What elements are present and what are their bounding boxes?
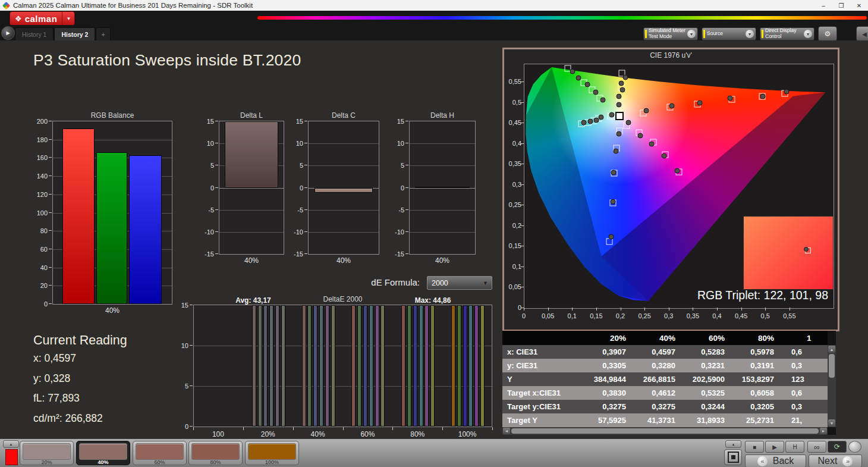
delta_h-ytick: -15 (384, 250, 404, 258)
tick-mark (621, 308, 621, 311)
chevron-down-icon: ▼ (483, 280, 488, 286)
pattern-swatch-40% (79, 443, 127, 460)
pattern-button-20%[interactable]: 20% (20, 441, 74, 465)
meter-status-sphere[interactable] (848, 441, 861, 453)
gridline (410, 232, 475, 233)
next-label: Next (818, 456, 838, 466)
scroll-up-icon[interactable]: ▲ (828, 346, 835, 353)
chevron-down-icon[interactable]: ▼ (687, 30, 696, 38)
deltae-bar-40%-3 (319, 305, 323, 427)
tab-history-1[interactable]: History 1 (15, 27, 54, 40)
square-in-square-icon (728, 452, 739, 463)
delta_c-ytick: 0 (283, 184, 303, 192)
tab-scroll-button[interactable]: ▶ (1, 26, 15, 40)
tick-mark (304, 187, 307, 188)
pattern-swatch-80% (191, 443, 240, 460)
cie-ytick: 0,55 (505, 78, 521, 85)
direct-display-control-dropdown[interactable]: Direct Display Control ▼ (760, 27, 814, 40)
table-cell: 0,3305 (586, 359, 635, 372)
tick-mark (521, 82, 524, 82)
step-marker-button[interactable]: H (785, 441, 804, 453)
tick-mark (193, 427, 194, 430)
gridline (219, 210, 284, 211)
gridline (194, 346, 492, 346)
gear-icon[interactable]: ⚙ (818, 26, 837, 42)
delta_l-ytick: 0 (194, 184, 214, 192)
back-button[interactable]: « Back (745, 455, 806, 467)
tick-mark (304, 121, 307, 121)
play-button[interactable]: ▶ (765, 441, 784, 453)
rgb-balance-ytick: 60 (27, 246, 48, 253)
deltae-bar-80%-5 (430, 305, 435, 427)
calman-menu-button[interactable]: ❖ calman ▼ (10, 11, 75, 26)
deltae-bar-80%-1 (407, 305, 411, 427)
table-cell: 21, (783, 413, 826, 427)
tick-mark (521, 102, 524, 103)
continuous-loop-button[interactable]: ∞ (807, 441, 826, 453)
tick-mark (190, 385, 193, 386)
add-tab-button[interactable]: + (96, 27, 110, 40)
tick-mark (524, 308, 524, 311)
pattern-fullscreen-button[interactable] (724, 449, 742, 465)
collapse-panel-button[interactable]: ◀ (856, 26, 868, 42)
table-cell: 0,3280 (635, 359, 684, 372)
deltae-bar-100%-2 (463, 305, 467, 427)
tick-mark (392, 427, 393, 430)
tick-mark (521, 205, 524, 205)
scroll-down-icon[interactable]: ▼ (828, 419, 835, 427)
tick-mark (717, 308, 718, 311)
source-dropdown[interactable]: Source ▼ (702, 27, 756, 40)
reading-y: y: 0,328 (33, 372, 70, 385)
calman-menu-caret-icon[interactable]: ▼ (62, 12, 74, 25)
pattern-button-100%[interactable]: 100% (245, 441, 299, 465)
pattern-window-swatch[interactable] (5, 449, 18, 465)
cie-1976-panel: CIE 1976 u'v' 00,050,10,150,20,250,30,35… (502, 48, 839, 331)
cie-xtick: 0,5 (757, 312, 773, 319)
calman-logo-icon: ❖ (15, 15, 22, 23)
scrollbar-thumb[interactable] (511, 428, 819, 434)
deltae-group-label: 100% (458, 430, 477, 438)
pattern-label: 20% (20, 459, 73, 465)
cie-ytick: 0,4 (505, 140, 521, 147)
table-horizontal-scrollbar[interactable]: ◄► (502, 427, 828, 435)
tab-history-2[interactable]: History 2 (54, 27, 95, 40)
scroll-left-icon[interactable]: ◄ (503, 428, 510, 434)
tick-mark (49, 285, 52, 286)
pattern-button-80%[interactable]: 80% (188, 441, 243, 465)
deltae-bar-20%-4 (275, 305, 279, 427)
table-cell: 57,5925 (586, 413, 635, 427)
table-vertical-scrollbar[interactable]: ▲▼ (828, 345, 836, 427)
cie-xtick: 0,35 (684, 312, 701, 319)
deltae-group-label: 80% (410, 430, 424, 438)
delta_l-ytick: 5 (194, 162, 214, 169)
next-button[interactable]: Next » (809, 455, 862, 467)
de-formula-dropdown[interactable]: 2000 ▼ (427, 276, 492, 290)
pattern-window-popup-button[interactable]: ▲ (3, 440, 19, 448)
scroll-right-icon[interactable]: ► (820, 428, 827, 434)
chevron-down-icon[interactable]: ▼ (804, 30, 812, 38)
close-button[interactable]: ✕ (850, 0, 868, 11)
table-header-80%: 80% (734, 331, 783, 345)
cie-xtick: 0,15 (588, 312, 605, 319)
reading-cdm: cd/m²: 266,882 (33, 412, 103, 425)
chevron-down-icon[interactable]: ▼ (746, 30, 754, 38)
stop-button[interactable]: ■ (745, 441, 764, 453)
table-cell: 384,9844 (586, 372, 635, 386)
transport-popup-button[interactable]: ▲ (725, 440, 741, 448)
pattern-button-40%[interactable]: 40% (76, 441, 130, 465)
delta_l-ytick: -15 (194, 250, 214, 258)
restore-button[interactable]: ❐ (832, 0, 850, 11)
gridline (219, 232, 284, 233)
reading-fL: fL: 77,893 (33, 392, 80, 405)
pattern-button-60%[interactable]: 60% (133, 441, 187, 465)
table-header-1: 1 (783, 331, 826, 345)
table-row-label: Y (502, 372, 586, 386)
refresh-button[interactable]: ⟳ (828, 441, 847, 453)
rgb-balance-ytick: 160 (27, 154, 48, 161)
tick-mark (49, 139, 52, 140)
minimize-button[interactable]: – (814, 0, 832, 11)
table-cell: 0,6 (783, 386, 826, 400)
rgb-balance-xlabel: 40% (105, 306, 119, 315)
scrollbar-thumb[interactable] (829, 354, 835, 378)
simulated-meter-dropdown[interactable]: Simulated Meter Test Mode ▼ (643, 27, 698, 40)
